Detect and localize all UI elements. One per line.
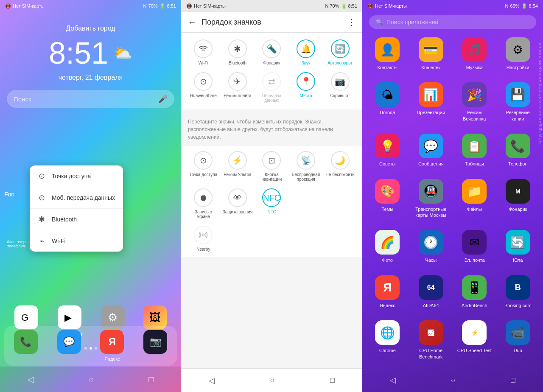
app-cpu-prime[interactable]: 📈 CPU Prime Benchmark bbox=[413, 320, 450, 365]
app-tips[interactable]: 💡 Советы bbox=[369, 134, 406, 172]
qs-ultra[interactable]: ⚡ Режим Ультра bbox=[222, 151, 253, 182]
files-icon: 📁 bbox=[462, 179, 487, 204]
sim-text-1: Нет SIM-карты bbox=[13, 3, 45, 8]
app-phone[interactable]: 📞 Телефон bbox=[500, 134, 537, 172]
icon-grid-top: Wi-Fi ✱ Bluetooth 🔦 Фонарик 🔔 Звук 🔄 Авт… bbox=[181, 33, 362, 113]
status-right-3: N 69% 🔋 8:54 bbox=[505, 3, 538, 9]
app-backup[interactable]: 💾 Резервные копии bbox=[500, 82, 537, 127]
app-yandex[interactable]: Я Яндекс bbox=[369, 275, 406, 314]
add-city-label[interactable]: Добавить город bbox=[66, 25, 115, 32]
icon-row-1: Wi-Fi ✱ Bluetooth 🔦 Фонарик 🔔 Звук 🔄 Авт… bbox=[188, 39, 355, 65]
popup-hotspot[interactable]: ⊙ Точка доступа bbox=[30, 165, 123, 187]
app-aida64[interactable]: 64 AIDA64 bbox=[413, 275, 450, 314]
qs-screenshot[interactable]: 📷 Скриншот bbox=[325, 72, 355, 103]
qs-nearby[interactable]: Nearby bbox=[188, 226, 219, 252]
duo-icon: 📹 bbox=[506, 320, 530, 345]
app-clock[interactable]: 🕐 Часы bbox=[413, 230, 450, 268]
yandex-label-bottom: Яндекс bbox=[104, 356, 120, 361]
svg-point-2 bbox=[202, 234, 204, 236]
app-themes[interactable]: 🎨 Темы bbox=[369, 179, 406, 224]
app-contacts[interactable]: 👤 Контакты bbox=[369, 37, 406, 76]
app-music[interactable]: 🎵 Музыка bbox=[456, 37, 493, 76]
app-flashlight[interactable]: M Фонарик bbox=[500, 179, 537, 224]
messages-icon: 💬 bbox=[419, 134, 443, 158]
search-input[interactable] bbox=[14, 95, 158, 103]
screenshot-label: Скриншот bbox=[330, 93, 350, 98]
email-icon: ✉ bbox=[462, 230, 487, 255]
qs-sound[interactable]: 🔔 Звук bbox=[291, 39, 322, 65]
qs-huawei-share[interactable]: ⊙ Huawei Share bbox=[188, 72, 219, 103]
search-input-3[interactable] bbox=[386, 19, 529, 25]
home-btn-3[interactable]: ○ bbox=[451, 376, 456, 385]
qs-airplane[interactable]: ✈ Режим полета bbox=[222, 72, 253, 103]
settings-header: ← Порядок значков ⋮ bbox=[181, 12, 362, 33]
recents-btn-1[interactable]: □ bbox=[148, 375, 154, 384]
app-chrome[interactable]: 🌐 Chrome bbox=[369, 320, 406, 365]
mic-icon[interactable]: 🎤 bbox=[158, 94, 168, 104]
qs-autorotate[interactable]: 🔄 Автоповорот bbox=[325, 39, 355, 65]
home-btn-1[interactable]: ○ bbox=[89, 375, 94, 384]
popup-bluetooth[interactable]: ✱ Bluetooth bbox=[30, 209, 123, 230]
battery-icon-3: 🔋 bbox=[521, 3, 527, 9]
back-button[interactable]: ← bbox=[188, 17, 196, 27]
app-party-mode[interactable]: 🎉 Режим Вечеринка bbox=[456, 82, 493, 127]
cpu-speed-icon: ⚡ bbox=[462, 320, 487, 345]
app-cpu-speed[interactable]: ⚡ CPU Speed Test bbox=[456, 320, 493, 365]
qs-wireless-proj[interactable]: 📡 Беспроводная проекция bbox=[291, 151, 322, 182]
app-settings[interactable]: ⚙ Настройки bbox=[500, 37, 537, 76]
qs-eye-protection[interactable]: 👁 Защита зрения bbox=[222, 188, 253, 219]
recents-btn-2[interactable]: □ bbox=[330, 376, 335, 385]
email-label: Эл. почта bbox=[464, 257, 485, 263]
alpha-hash: # bbox=[539, 42, 542, 45]
back-btn-3[interactable]: ◁ bbox=[390, 375, 396, 385]
back-btn-1[interactable]: ◁ bbox=[28, 374, 34, 384]
clock-label: Часы bbox=[425, 257, 437, 263]
more-button[interactable]: ⋮ bbox=[347, 17, 355, 27]
screenshot-circle: 📷 bbox=[331, 72, 350, 91]
qs-location[interactable]: 📍 Место bbox=[291, 72, 322, 103]
app-search[interactable]: 🔍 bbox=[369, 15, 536, 29]
app-presentations[interactable]: 📊 Презентации bbox=[413, 82, 450, 127]
app-duo[interactable]: 📹 Duo bbox=[500, 320, 537, 365]
location-circle: 📍 bbox=[297, 72, 315, 91]
popup-wifi[interactable]: ⌁ Wi-Fi bbox=[30, 230, 123, 252]
icon-row-2: ⊙ Huawei Share ✈ Режим полета ⇄ Передача… bbox=[188, 72, 355, 103]
search-bar[interactable]: 🎤 bbox=[7, 90, 174, 108]
qs-nfc[interactable]: NFC NFC bbox=[256, 188, 287, 219]
tips-label: Советы bbox=[379, 161, 395, 167]
chrome-icon: 🌐 bbox=[375, 320, 400, 345]
qs-bluetooth[interactable]: ✱ Bluetooth bbox=[222, 39, 253, 65]
app-email[interactable]: ✉ Эл. почта bbox=[456, 230, 493, 268]
yandex-icon: Я bbox=[375, 275, 400, 300]
app-photos[interactable]: 🌈 Фото bbox=[369, 230, 406, 268]
app-tables[interactable]: 📋 Таблицы bbox=[456, 134, 493, 172]
qs-screen-record[interactable]: ⏺ Запись с экрана bbox=[188, 188, 219, 219]
bluetooth-label: Bluetooth bbox=[229, 61, 246, 65]
qs-flashlight[interactable]: 🔦 Фонарик bbox=[256, 39, 287, 65]
app-yula[interactable]: 🔄 Юла bbox=[500, 230, 537, 268]
wireless-proj-label: Беспроводная проекция bbox=[291, 172, 322, 182]
recents-btn-3[interactable]: □ bbox=[511, 376, 515, 385]
app-weather[interactable]: 🌤 Погода bbox=[369, 82, 406, 127]
qs-transfer[interactable]: ⇄ Передача данных bbox=[256, 72, 287, 103]
bottom-messages[interactable]: 💬 bbox=[57, 330, 81, 361]
bottom-phone[interactable]: 📞 bbox=[14, 330, 38, 361]
wifi-icon-popup: ⌁ bbox=[36, 236, 47, 246]
qs-nav-btn[interactable]: ⊡ Кнопка навигации bbox=[256, 151, 287, 182]
battery-text-1: 70% bbox=[148, 3, 158, 8]
popup-mobile-data[interactable]: ⊙ Моб. передача данных bbox=[30, 187, 123, 209]
tables-icon: 📋 bbox=[462, 134, 487, 158]
qs-dnd[interactable]: 🌙 Не беспокоить bbox=[325, 151, 355, 182]
qs-hotspot[interactable]: ⊙ Точка доступа bbox=[188, 151, 219, 182]
app-androbench[interactable]: 📱 AndroBench bbox=[456, 275, 493, 314]
app-booking[interactable]: B Booking.com bbox=[500, 275, 537, 314]
app-transport[interactable]: 🚇 Транспортные карты Москвы bbox=[413, 179, 450, 224]
app-wallet[interactable]: 💳 Кошелек bbox=[413, 37, 450, 76]
bottom-yandex[interactable]: Я Яндекс bbox=[100, 330, 124, 361]
home-btn-2[interactable]: ○ bbox=[270, 376, 275, 385]
app-files[interactable]: 📁 Файлы bbox=[456, 179, 493, 224]
bottom-camera[interactable]: 📷 bbox=[143, 330, 167, 361]
app-messages[interactable]: 💬 Сообщения bbox=[413, 134, 450, 172]
back-btn-2[interactable]: ◁ bbox=[209, 376, 215, 385]
qs-wifi[interactable]: Wi-Fi bbox=[188, 39, 219, 65]
